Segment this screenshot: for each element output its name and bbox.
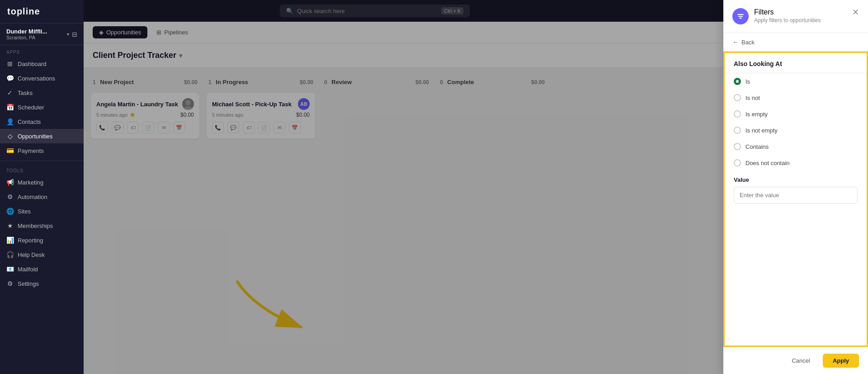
app-logo: topline	[0, 0, 84, 24]
back-arrow-icon: ←	[732, 38, 739, 46]
mailfold-icon: 📧	[6, 265, 14, 273]
filter-value-label: Value	[734, 176, 858, 183]
sidebar-item-label: Conversations	[18, 75, 55, 82]
payments-icon: 💳	[6, 147, 14, 154]
filter-section: Also Looking At Is Is not Is empty Is no…	[723, 52, 868, 347]
opportunities-icon: ◇	[6, 133, 14, 140]
workspace-selector[interactable]: Dunder Miffli... Scranton, PA ▾ ⊟	[0, 24, 84, 45]
sidebar-item-sites[interactable]: 🌐 Sites	[0, 204, 84, 218]
filter-option-contains-label: Contains	[745, 143, 769, 150]
sidebar-item-label: Reporting	[18, 237, 43, 244]
sidebar-item-label: Settings	[18, 280, 39, 287]
sidebar-item-label: Marketing	[18, 179, 43, 186]
svg-rect-5	[739, 18, 742, 19]
sidebar: topline Dunder Miffli... Scranton, PA ▾ …	[0, 0, 84, 374]
sidebar-item-label: Scheduler	[18, 104, 44, 111]
filters-footer: Cancel Apply	[723, 347, 868, 374]
sidebar-item-automation[interactable]: ⚙ Automation	[0, 189, 84, 204]
reporting-icon: 📊	[6, 237, 14, 244]
radio-is-empty	[734, 110, 741, 118]
main-area: 🔍 Quick search here Ctrl + K ⚡ ◈ Opportu…	[84, 0, 868, 374]
sidebar-item-reporting[interactable]: 📊 Reporting	[0, 233, 84, 247]
settings-icon: ⚙	[6, 280, 14, 287]
sidebar-item-label: Automation	[18, 194, 47, 200]
filter-value-input[interactable]	[734, 187, 858, 204]
helpdesk-icon: 🎧	[6, 251, 14, 258]
filter-option-is-not[interactable]: Is not	[725, 90, 867, 106]
sidebar-item-label: Sites	[18, 208, 31, 215]
filters-title-group: Filters Apply filters to opportunities	[754, 8, 821, 24]
sidebar-item-label: Contacts	[18, 118, 41, 125]
filter-option-is-empty-label: Is empty	[745, 111, 768, 118]
apps-section-label: Apps	[0, 45, 84, 57]
cancel-button[interactable]: Cancel	[783, 354, 818, 368]
filter-section-title: Also Looking At	[725, 53, 867, 73]
sidebar-item-mailfold[interactable]: 📧 Mailfold	[0, 262, 84, 276]
sidebar-item-label: Dashboard	[18, 61, 47, 67]
radio-does-not-contain	[734, 159, 741, 166]
filters-title: Filters	[754, 8, 821, 16]
filters-header: Filters Apply filters to opportunities ✕	[723, 0, 868, 33]
sidebar-item-marketing[interactable]: 📢 Marketing	[0, 175, 84, 189]
sidebar-item-dashboard[interactable]: ⊞ Dashboard	[0, 57, 84, 71]
marketing-icon: 📢	[6, 179, 14, 186]
sidebar-item-payments[interactable]: 💳 Payments	[0, 143, 84, 158]
sidebar-item-tasks[interactable]: ✓ Tasks	[0, 85, 84, 100]
sites-icon: 🌐	[6, 208, 14, 215]
svg-rect-3	[737, 14, 744, 15]
scheduler-icon: 📅	[6, 104, 14, 111]
filter-option-is[interactable]: Is	[725, 73, 867, 90]
layout-icon[interactable]: ⊟	[72, 31, 77, 38]
filter-option-does-not-contain[interactable]: Does not contain	[725, 155, 867, 171]
filters-subtitle: Apply filters to opportunities	[754, 17, 821, 24]
close-button[interactable]: ✕	[852, 8, 859, 16]
sidebar-item-label: Tasks	[18, 90, 33, 96]
sidebar-item-label: Help Desk	[18, 251, 45, 258]
sidebar-item-label: Mailfold	[18, 266, 38, 273]
sidebar-item-label: Payments	[18, 147, 44, 154]
filter-value-section: Value	[725, 171, 867, 211]
apply-button[interactable]: Apply	[823, 354, 859, 368]
radio-is-not	[734, 94, 741, 101]
sidebar-item-label: Opportunities	[18, 133, 52, 140]
memberships-icon: ★	[6, 222, 14, 229]
contacts-icon: 👤	[6, 118, 14, 125]
workspace-location: Scranton, PA	[6, 35, 67, 40]
filter-option-is-not-empty-label: Is not empty	[745, 127, 778, 134]
workspace-expand-icon: ▾	[67, 32, 69, 37]
sidebar-item-scheduler[interactable]: 📅 Scheduler	[0, 100, 84, 114]
sidebar-item-conversations[interactable]: 💬 Conversations	[0, 71, 84, 85]
tasks-icon: ✓	[6, 89, 14, 96]
automation-icon: ⚙	[6, 193, 14, 200]
svg-rect-4	[738, 16, 743, 17]
sidebar-item-label: Memberships	[18, 223, 53, 229]
dashboard-icon: ⊞	[6, 60, 14, 67]
filters-panel: Filters Apply filters to opportunities ✕…	[723, 0, 868, 374]
filter-option-does-not-contain-label: Does not contain	[745, 160, 790, 166]
sidebar-item-helpdesk[interactable]: 🎧 Help Desk	[0, 247, 84, 262]
workspace-name: Dunder Miffli...	[6, 28, 67, 35]
back-label: Back	[741, 39, 755, 46]
sidebar-item-memberships[interactable]: ★ Memberships	[0, 218, 84, 233]
tools-section-label: Tools	[0, 164, 84, 175]
sidebar-item-settings[interactable]: ⚙ Settings	[0, 276, 84, 291]
filter-option-is-label: Is	[745, 78, 750, 85]
filters-icon	[732, 8, 749, 24]
sidebar-item-contacts[interactable]: 👤 Contacts	[0, 114, 84, 129]
sidebar-divider	[0, 161, 84, 161]
filter-option-is-empty[interactable]: Is empty	[725, 106, 867, 122]
radio-is-not-empty	[734, 127, 741, 134]
radio-is	[734, 78, 741, 85]
filter-option-is-not-empty[interactable]: Is not empty	[725, 122, 867, 138]
filter-option-contains[interactable]: Contains	[725, 138, 867, 155]
filters-back-button[interactable]: ← Back	[723, 33, 868, 52]
conversations-icon: 💬	[6, 75, 14, 82]
radio-contains	[734, 143, 741, 150]
filter-option-is-not-label: Is not	[745, 95, 760, 101]
sidebar-item-opportunities[interactable]: ◇ Opportunities	[0, 129, 84, 143]
